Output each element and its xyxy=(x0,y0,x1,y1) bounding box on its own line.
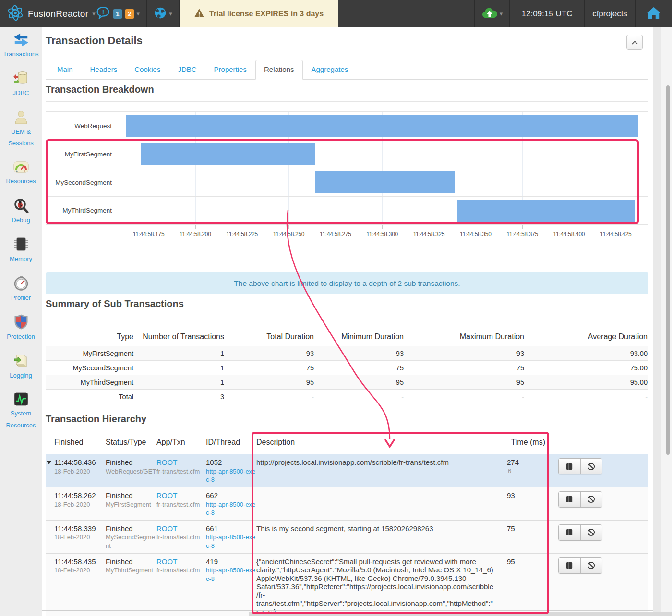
status-value: Finished xyxy=(106,458,156,467)
chart-bar-mythirdsegment[interactable] xyxy=(457,200,635,222)
chart-gridline xyxy=(149,168,149,196)
svg-text:!: ! xyxy=(102,9,104,16)
summary-row[interactable]: MyThirdSegment195959595.00 xyxy=(46,375,648,390)
chart-gridline xyxy=(382,197,383,224)
sidebar-item-memory[interactable]: Memory xyxy=(0,231,42,270)
thread-link[interactable]: http-apr-8500-exec-8 xyxy=(206,567,255,582)
expander-cell xyxy=(46,458,54,484)
id-value: 419 xyxy=(206,557,256,567)
chart-bar-webrequest[interactable] xyxy=(126,115,638,137)
axis-tick-mark xyxy=(616,225,616,229)
chevron-down-icon: ▾ xyxy=(169,11,172,17)
app-link[interactable]: ROOT xyxy=(156,458,177,466)
warning-count-badge[interactable]: 2 xyxy=(125,9,134,19)
app-link[interactable]: ROOT xyxy=(156,524,177,533)
chart-bar-myfirstsegment[interactable] xyxy=(141,143,315,165)
chevron-down-icon: ▾ xyxy=(500,11,503,17)
warning-triangle-icon xyxy=(194,8,204,20)
summary-heading: Summary of Sub Transactions xyxy=(46,298,648,316)
axis-tick-mark xyxy=(569,225,569,229)
book-icon xyxy=(565,462,574,471)
thread-link[interactable]: http-apr-8500-exec-8 xyxy=(206,501,255,517)
collapse-panel-button[interactable] xyxy=(626,35,643,50)
chart-gridline xyxy=(195,197,196,224)
time-ms-cell: 2746 xyxy=(502,458,545,484)
summary-cell: MyThirdSegment xyxy=(46,379,134,386)
notifications-menu[interactable]: ! 1 2 ▾ xyxy=(89,0,147,27)
col-total-duration: Total Duration xyxy=(225,332,315,342)
axis-tick-label: 11:44:58.325 xyxy=(413,231,445,237)
app-line: ROOT xyxy=(156,557,206,567)
summary-row[interactable]: MyFirstSegment193939393.00 xyxy=(46,346,648,361)
axis-tick-label: 11:44:58.175 xyxy=(133,231,165,237)
tab-headers[interactable]: Headers xyxy=(82,60,126,80)
chart-bar-mysecondsegment[interactable] xyxy=(315,171,455,193)
block-transaction-button[interactable] xyxy=(580,558,602,573)
database-icon xyxy=(13,71,29,86)
collapse-row-caret-icon[interactable] xyxy=(47,461,51,464)
view-details-button[interactable] xyxy=(559,558,580,573)
page-scrollbar-thumb[interactable] xyxy=(666,85,670,455)
block-transaction-button[interactable] xyxy=(580,459,602,474)
sidebar-item-resources[interactable]: EF Resources xyxy=(0,154,42,192)
page-scrollbar-track[interactable] xyxy=(661,27,672,616)
sidebar-item-logging[interactable]: Logging xyxy=(0,348,42,387)
shield-icon xyxy=(13,314,29,330)
app-link[interactable]: ROOT xyxy=(156,491,177,499)
app-link[interactable]: ROOT xyxy=(156,557,177,566)
sidebar-item-jdbc[interactable]: JDBC xyxy=(0,65,42,104)
sidebar-item-debug[interactable]: Debug xyxy=(0,192,42,231)
summary-row[interactable]: MySecondSegment175757575.00 xyxy=(46,361,648,375)
txn-value: fr-trans/test.cfm xyxy=(156,533,206,542)
finished-date: 18-Feb-2020 xyxy=(54,467,106,476)
summary-cell: 95 xyxy=(315,379,405,386)
chart-gridline xyxy=(195,168,196,196)
brand-menu[interactable]: FusionReactor ▾ xyxy=(0,0,89,27)
chart-row-label: MyFirstSegment xyxy=(46,140,122,168)
view-details-button[interactable] xyxy=(559,525,580,540)
chart-gridline xyxy=(242,168,242,196)
summary-total-cell: 3 xyxy=(134,393,225,401)
notification-count-badge[interactable]: 1 xyxy=(113,9,122,19)
hierarchy-row[interactable]: 11:44:58.43518-Feb-2020FinishedMyThirdSe… xyxy=(46,554,648,616)
tab-relations[interactable]: Relations xyxy=(255,60,303,80)
sidebar-item-profiler[interactable]: Profiler xyxy=(0,270,42,309)
block-transaction-button[interactable] xyxy=(580,525,602,540)
system-monitor-icon xyxy=(13,392,29,406)
view-details-button[interactable] xyxy=(559,492,580,507)
tab-aggregates[interactable]: Aggregates xyxy=(303,60,357,80)
tab-properties[interactable]: Properties xyxy=(205,60,255,80)
col-average-duration: Average Duration xyxy=(525,332,648,342)
tab-main[interactable]: Main xyxy=(48,60,82,80)
inner-scroll-gutter[interactable] xyxy=(653,27,661,616)
view-details-button[interactable] xyxy=(559,459,580,474)
horizontal-scroll-shadow xyxy=(249,612,672,616)
axis-tick-label: 11:44:58.350 xyxy=(460,231,492,237)
globe-menu[interactable]: ▾ xyxy=(147,0,180,27)
ban-icon xyxy=(587,462,595,471)
sidebar-item-transactions[interactable]: Transactions xyxy=(0,27,42,65)
svg-text:E: E xyxy=(16,169,18,172)
cloud-upload-menu[interactable]: ▾ xyxy=(474,0,510,27)
thread-link[interactable]: http-apr-8500-exec-8 xyxy=(206,468,255,484)
hierarchy-row[interactable]: 11:44:58.26218-Feb-2020FinishedMyFirstSe… xyxy=(46,487,648,521)
thread-link[interactable]: http-apr-8500-exec-8 xyxy=(206,533,255,549)
sidebar-item-system-resources[interactable]: System Resources xyxy=(0,387,42,436)
time-ms-value: 75 xyxy=(502,524,545,533)
chart-gridline xyxy=(569,140,569,168)
topbar-spacer xyxy=(338,0,474,27)
hierarchy-row[interactable]: 11:44:58.43618-Feb-2020FinishedWebReques… xyxy=(46,454,648,487)
axis-tick-mark xyxy=(288,225,289,229)
license-warning-banner[interactable]: Trial license EXPIRES in 3 days xyxy=(180,0,338,27)
chart-gridline xyxy=(429,197,429,224)
sidebar-item-protection[interactable]: Protection xyxy=(0,309,42,348)
time-ms-value: 274 xyxy=(502,458,545,467)
home-button[interactable] xyxy=(636,0,672,27)
col-minimum-duration: Minimum Duration xyxy=(315,332,405,342)
hierarchy-row[interactable]: 11:44:58.33918-Feb-2020FinishedMySecondS… xyxy=(46,521,648,554)
svg-text:F: F xyxy=(24,169,26,172)
tab-cookies[interactable]: Cookies xyxy=(126,60,169,80)
tab-jdbc[interactable]: JDBC xyxy=(169,60,205,80)
block-transaction-button[interactable] xyxy=(580,492,602,507)
sidebar-item-uem-sessions[interactable]: UEM & Sessions xyxy=(0,104,42,154)
